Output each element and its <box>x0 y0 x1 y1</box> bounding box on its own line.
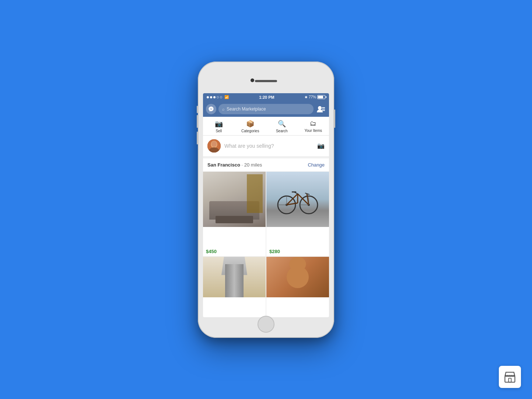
bike-price: $280 <box>266 247 329 256</box>
phone-screen: 📶 1:20 PM ✱ 77% ⌕ Search Marketplace <box>203 93 329 317</box>
svg-point-0 <box>318 106 322 110</box>
user-avatar <box>207 139 221 153</box>
tab-sell[interactable]: 📷 Sell <box>203 120 235 133</box>
categories-icon: 📦 <box>246 120 254 128</box>
profile-button[interactable] <box>316 104 326 114</box>
your-items-icon: 🗂 <box>310 120 316 127</box>
speaker <box>255 80 277 82</box>
tab-your-items-label: Your Items <box>305 129 322 133</box>
listing-item-lamp[interactable] <box>203 257 266 317</box>
bike-image <box>266 172 329 247</box>
signal-dot-5 <box>220 96 222 98</box>
avatar-image <box>207 139 221 153</box>
marketplace-icon <box>503 370 517 384</box>
search-bar[interactable]: ⌕ Search Marketplace <box>218 104 314 114</box>
home-button[interactable] <box>258 316 274 333</box>
bike-svg <box>276 183 320 216</box>
volume-up-button <box>197 115 198 128</box>
search-icon: ⌕ <box>222 107 225 111</box>
bookshelf-decoration <box>247 174 263 213</box>
status-right-area: ✱ 77% <box>305 95 325 99</box>
signal-dot-3 <box>213 96 216 98</box>
signal-dot-2 <box>210 96 212 98</box>
lamp-image <box>203 257 266 317</box>
status-time: 1:20 PM <box>259 95 274 99</box>
svg-point-7 <box>211 141 217 147</box>
sell-input[interactable]: What are you selling? <box>224 143 314 149</box>
location-text: San Francisco · 20 miles <box>207 162 262 168</box>
tab-bar: 📷 Sell 📦 Categories 🔍 Search 🗂 Your Item… <box>203 117 329 136</box>
battery-icon <box>317 95 325 99</box>
battery-percent: 77% <box>309 95 316 99</box>
avatar-svg <box>207 139 221 153</box>
listing-item-teddy[interactable] <box>266 257 329 317</box>
profile-icon <box>317 106 325 112</box>
svg-rect-24 <box>505 376 515 382</box>
tab-categories[interactable]: 📦 Categories <box>235 120 266 133</box>
listing-item-bike[interactable]: $280 <box>266 172 329 256</box>
location-miles: · 20 miles <box>242 162 262 168</box>
messenger-icon <box>208 106 214 112</box>
listing-item-sofa[interactable]: $450 <box>203 172 266 256</box>
app-header: ⌕ Search Marketplace <box>203 101 329 117</box>
svg-rect-26 <box>508 378 511 382</box>
search-tab-icon: 🔍 <box>278 120 286 128</box>
power-button <box>334 109 335 128</box>
search-placeholder-text: Search Marketplace <box>227 106 266 112</box>
lamp-base <box>225 264 244 297</box>
tab-search-label: Search <box>276 129 288 133</box>
sell-icon: 📷 <box>215 120 223 128</box>
teddy-head <box>290 257 306 272</box>
location-bar: San Francisco · 20 miles Change <box>203 158 329 172</box>
location-name: San Francisco <box>207 162 240 168</box>
tab-sell-label: Sell <box>216 129 222 133</box>
silent-button <box>197 106 198 113</box>
sofa-background <box>203 172 266 227</box>
teddy-image <box>266 257 329 317</box>
change-location-button[interactable]: Change <box>308 162 325 168</box>
messenger-button[interactable] <box>206 104 216 114</box>
phone-device: 📶 1:20 PM ✱ 77% ⌕ Search Marketplace <box>198 62 334 338</box>
sofa-image <box>203 172 266 247</box>
sofa-price: $450 <box>203 247 266 256</box>
signal-dot-1 <box>207 96 209 98</box>
tab-categories-label: Categories <box>241 129 259 133</box>
bluetooth-icon: ✱ <box>305 95 308 99</box>
teddy-background <box>266 257 329 297</box>
battery-fill <box>318 96 323 98</box>
tab-search[interactable]: 🔍 Search <box>266 120 298 133</box>
signal-area: 📶 <box>207 95 229 99</box>
camera-icon: 📷 <box>317 142 325 149</box>
marketplace-fab-icon[interactable] <box>499 366 521 388</box>
wifi-icon: 📶 <box>224 95 229 99</box>
teddy-body <box>287 266 309 288</box>
status-bar: 📶 1:20 PM ✱ 77% <box>203 93 329 101</box>
volume-down-button <box>197 132 198 144</box>
phone-top-hardware <box>198 62 334 93</box>
tab-your-items[interactable]: 🗂 Your Items <box>298 120 329 133</box>
signal-dot-4 <box>217 96 219 98</box>
sell-area[interactable]: What are you selling? 📷 <box>203 136 329 158</box>
bike-background <box>266 172 329 227</box>
listings-grid: $450 <box>203 172 329 317</box>
front-camera <box>251 78 254 82</box>
lamp-background <box>203 257 266 297</box>
